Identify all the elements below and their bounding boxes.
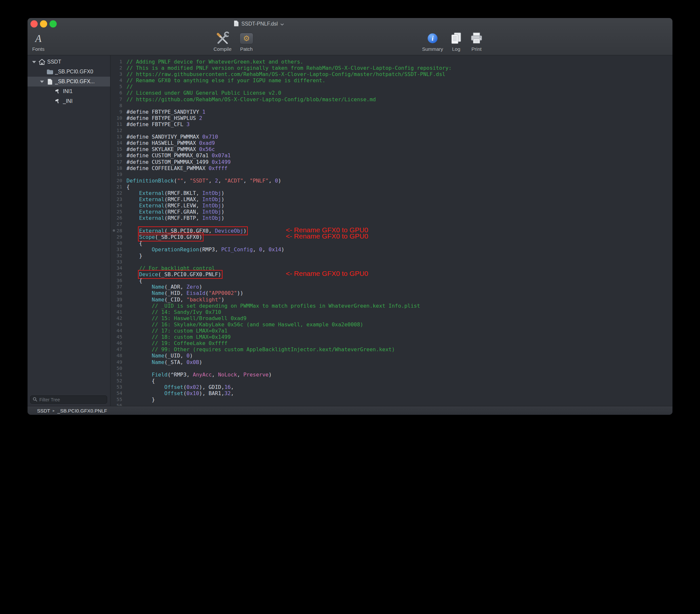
code-lines: // Adding PNLF device for WhateverGreen.…: [126, 59, 673, 406]
line-number: 16: [110, 152, 122, 159]
line-number: 48: [110, 352, 122, 359]
disclosure-triangle-icon[interactable]: [31, 61, 37, 63]
line-number: 26: [110, 215, 122, 221]
line-number: 44: [110, 328, 122, 334]
code-line-23: External(RMCF.LMAX, IntObj): [126, 196, 673, 202]
gear-icon: ⚙: [243, 35, 250, 42]
line-number: 34: [110, 265, 122, 271]
code-line-8: [126, 102, 673, 109]
breadcrumb-item[interactable]: _SB.PCI0.GFX0.PNLF: [57, 408, 107, 413]
line-number: 12: [110, 127, 122, 134]
patch-button[interactable]: ⚙ Patch: [237, 31, 255, 52]
line-number: 22: [110, 190, 122, 196]
app-window: SSDT-PNLF.dsl A Fonts: [27, 18, 673, 415]
line-number: 46: [110, 340, 122, 346]
code-line-45: // 18: custom LMAX=0x1499: [126, 334, 673, 340]
window-title-group[interactable]: SSDT-PNLF.dsl: [234, 18, 284, 30]
line-number: 42: [110, 315, 122, 322]
tree-item-label: _SB.PCI0.GFX0: [55, 69, 93, 75]
line-number: 3: [110, 71, 122, 77]
sidebar-tree: SSDT_SB.PCI0.GFX0_SB.PCI0.GFX...INI1_INI: [27, 57, 110, 106]
code-editor[interactable]: 1234567891011121314151617181920212223242…: [110, 55, 673, 406]
line-number: 28: [110, 228, 122, 234]
tree-item-ini[interactable]: _INI: [27, 96, 110, 106]
status-bar: SSDT▸_SB.PCI0.GFX0.PNLF: [27, 406, 673, 415]
line-number: 7: [110, 96, 122, 102]
line-number: 37: [110, 284, 122, 290]
compile-label: Compile: [213, 46, 232, 52]
breadcrumb-item[interactable]: SSDT: [37, 408, 50, 413]
code-line-17: #define CUSTOM_PWMMAX_1499 0x1499: [126, 159, 673, 165]
filter-tree-input[interactable]: [30, 396, 107, 404]
code-line-15: #define SKYLAKE_PWMMAX 0x56c: [126, 146, 673, 152]
line-number: 43: [110, 322, 122, 328]
rename-annotation: <- Rename GFX0 to GPU0: [286, 227, 368, 233]
line-number: 17: [110, 159, 122, 165]
code-line-16: #define CUSTOM_PWMMAX_07a1 0x07a1: [126, 152, 673, 159]
line-number: 53: [110, 384, 122, 390]
info-icon: i: [428, 34, 438, 43]
code-line-10: #define FBTYPE_HSWPLUS 2: [126, 115, 673, 121]
code-line-22: External(RMCF.BKLT, IntObj): [126, 190, 673, 196]
line-number: 33: [110, 259, 122, 265]
tree-item-label: _INI: [63, 98, 72, 104]
rename-annotation: <- Rename GFX0 to GPU0: [286, 233, 368, 239]
minimize-button[interactable]: [40, 20, 47, 27]
line-number: 9: [110, 109, 122, 115]
tree-item-sb-pci0-gfx[interactable]: _SB.PCI0.GFX...: [27, 77, 110, 87]
method-icon: [53, 88, 62, 95]
compile-button[interactable]: Compile: [212, 31, 233, 52]
line-number: 38: [110, 290, 122, 296]
titlebar: SSDT-PNLF.dsl: [27, 18, 673, 30]
home-icon: [37, 59, 47, 65]
line-number: 49: [110, 359, 122, 365]
line-number: 14: [110, 140, 122, 146]
zoom-button[interactable]: [49, 20, 57, 27]
breadcrumb-separator: ▸: [53, 408, 55, 413]
code-line-28: External(_SB.PCI0.GFX0, DeviceObj)<- Ren…: [126, 228, 673, 234]
line-number: 13: [110, 134, 122, 140]
line-number: 32: [110, 253, 122, 259]
sidebar: SSDT_SB.PCI0.GFX0_SB.PCI0.GFX...INI1_INI: [27, 55, 110, 406]
disclosure-triangle-icon[interactable]: [39, 80, 45, 83]
code-line-32: }: [126, 253, 673, 259]
tree-item-sb-pci0-gfx0[interactable]: _SB.PCI0.GFX0: [27, 67, 110, 77]
chevron-down-icon[interactable]: [280, 21, 284, 27]
code-line-36: {: [126, 277, 673, 284]
log-button[interactable]: Log: [448, 31, 465, 52]
line-number: 20: [110, 178, 122, 184]
code-line-11: #define FBTYPE_CFL 3: [126, 121, 673, 127]
code-line-35: Device(_SB.PCI0.GFX0.PNLF)<- Rename GFX0…: [126, 271, 673, 277]
code-line-52: {: [126, 378, 673, 384]
summary-label: Summary: [422, 46, 443, 52]
code-line-46: // 19: CoffeeLake 0xffff: [126, 340, 673, 346]
traffic-lights: [30, 20, 57, 27]
line-number: 30: [110, 240, 122, 246]
code-line-7: // https://github.com/RehabMan/OS-X-Clov…: [126, 96, 673, 102]
code-line-30: {: [126, 240, 673, 246]
print-button[interactable]: Print: [468, 31, 485, 52]
rename-highlight-box: External(_SB.PCI0.GFX0, DeviceObj): [139, 228, 247, 234]
code-line-49: Name(_STA, 0x0B): [126, 359, 673, 365]
code-line-2: // This is a modified PNLF version origi…: [126, 65, 673, 71]
tree-item-ini1[interactable]: INI1: [27, 87, 110, 96]
close-button[interactable]: [30, 20, 38, 27]
line-number: 2: [110, 65, 122, 71]
code-line-50: [126, 365, 673, 372]
fonts-button[interactable]: A Fonts: [29, 31, 47, 52]
crossed-tools-icon: [215, 31, 230, 46]
code-line-48: Name(_UID, 0): [126, 352, 673, 359]
code-line-34: // For backlight control: [126, 265, 673, 271]
line-number: 21: [110, 184, 122, 190]
code-line-47: // 99: Other (requires custom AppleBackl…: [126, 346, 673, 352]
code-line-6: // Licensed under GNU General Public Lic…: [126, 90, 673, 96]
code-line-26: External(RMCF.FBTP, IntObj): [126, 215, 673, 221]
tree-item-ssdt[interactable]: SSDT: [27, 57, 110, 67]
code-line-33: [126, 259, 673, 265]
code-line-21: {: [126, 184, 673, 190]
code-line-19: [126, 171, 673, 178]
code-line-38: Name(_HID, EisaId("APP0002")): [126, 290, 673, 296]
summary-button[interactable]: i Summary: [421, 31, 445, 52]
pages-icon: [450, 31, 462, 46]
code-line-40: // _UID is set depending on PWMMax to ma…: [126, 303, 673, 309]
